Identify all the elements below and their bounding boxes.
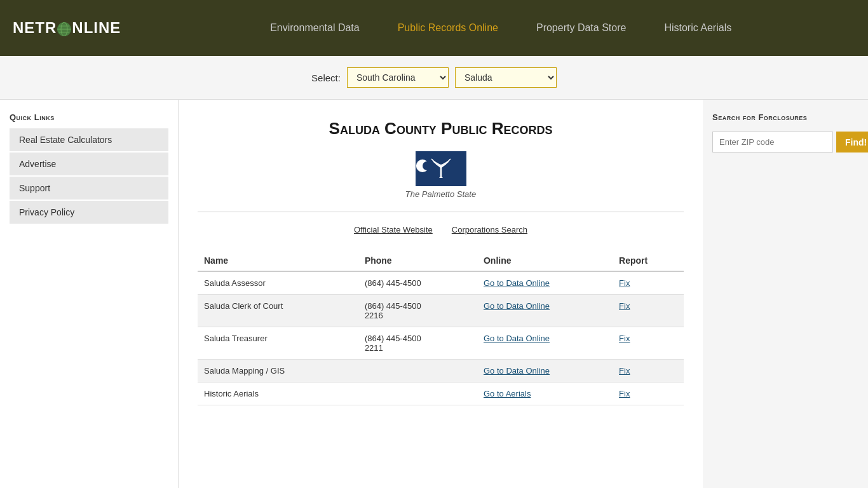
main-layout: Quick Links Real Estate Calculators Adve… (0, 100, 868, 488)
record-online: Go to Aerials (477, 383, 613, 405)
report-link[interactable]: Fix (619, 389, 630, 398)
corporations-search-link[interactable]: Corporations Search (452, 225, 527, 234)
report-link[interactable]: Fix (619, 278, 630, 288)
record-report: Fix (613, 271, 684, 295)
state-selector[interactable]: South Carolina (347, 67, 449, 88)
record-name: Saluda Clerk of Court (198, 295, 358, 327)
record-phone (358, 360, 477, 383)
table-row: Saluda Treasurer(864) 445-4500 2211Go to… (198, 327, 684, 360)
online-link[interactable]: Go to Data Online (484, 334, 550, 343)
site-logo: NETRNLINE (13, 19, 121, 37)
main-content: Saluda County Public Records The Palmett… (178, 100, 703, 488)
right-sidebar: Search for Forclosures Find! (703, 100, 868, 488)
record-phone (358, 383, 477, 405)
record-phone: (864) 445-4500 2216 (358, 295, 477, 327)
main-nav: Environmental Data Public Records Online… (146, 22, 855, 34)
record-report: Fix (613, 295, 684, 327)
site-header: NETRNLINE Environmental Data Public Reco… (0, 0, 868, 56)
col-header-report: Report (613, 250, 684, 271)
record-name: Saluda Mapping / GIS (198, 360, 358, 383)
sidebar-item-support[interactable]: Support (10, 177, 168, 200)
record-online: Go to Data Online (477, 360, 613, 383)
online-link[interactable]: Go to Data Online (484, 278, 550, 288)
foreclosure-form: Find! (712, 132, 858, 152)
state-flag (416, 151, 466, 186)
record-online: Go to Data Online (477, 327, 613, 360)
state-links: Official State Website Corporations Sear… (198, 225, 684, 234)
sidebar-item-advertise[interactable]: Advertise (10, 152, 168, 175)
state-flag-area: The Palmetto State (198, 151, 684, 199)
nav-public-records[interactable]: Public Records Online (379, 22, 517, 34)
record-report: Fix (613, 383, 684, 405)
report-link[interactable]: Fix (619, 366, 630, 376)
records-table: Name Phone Online Report Saluda Assessor… (198, 250, 684, 405)
left-sidebar: Quick Links Real Estate Calculators Adve… (0, 100, 178, 488)
col-header-phone: Phone (358, 250, 477, 271)
record-name: Historic Aerials (198, 383, 358, 405)
report-link[interactable]: Fix (619, 334, 630, 343)
record-report: Fix (613, 327, 684, 360)
selector-label: Select: (311, 72, 341, 83)
find-button[interactable]: Find! (836, 132, 868, 152)
divider (198, 212, 684, 212)
foreclosure-title: Search for Forclosures (712, 112, 858, 122)
selector-bar: Select: South Carolina Saluda (0, 56, 868, 100)
table-row: Saluda Mapping / GISGo to Data OnlineFix (198, 360, 684, 383)
record-online: Go to Data Online (477, 271, 613, 295)
nav-environmental-data[interactable]: Environmental Data (251, 22, 379, 34)
record-report: Fix (613, 360, 684, 383)
online-link[interactable]: Go to Aerials (484, 389, 531, 398)
record-online: Go to Data Online (477, 295, 613, 327)
zip-input[interactable] (712, 132, 833, 152)
page-title: Saluda County Public Records (198, 119, 684, 139)
record-name: Saluda Treasurer (198, 327, 358, 360)
online-link[interactable]: Go to Data Online (484, 301, 550, 311)
globe-icon (57, 22, 71, 36)
record-name: Saluda Assessor (198, 271, 358, 295)
county-selector[interactable]: Saluda (455, 67, 557, 88)
report-link[interactable]: Fix (619, 301, 630, 311)
online-link[interactable]: Go to Data Online (484, 366, 550, 376)
record-phone: (864) 445-4500 (358, 271, 477, 295)
sidebar-item-privacy[interactable]: Privacy Policy (10, 201, 168, 224)
col-header-online: Online (477, 250, 613, 271)
col-header-name: Name (198, 250, 358, 271)
table-row: Historic AerialsGo to AerialsFix (198, 383, 684, 405)
table-row: Saluda Assessor(864) 445-4500Go to Data … (198, 271, 684, 295)
table-row: Saluda Clerk of Court(864) 445-4500 2216… (198, 295, 684, 327)
state-nickname: The Palmetto State (405, 189, 476, 199)
record-phone: (864) 445-4500 2211 (358, 327, 477, 360)
sidebar-item-real-estate[interactable]: Real Estate Calculators (10, 128, 168, 151)
nav-historic-aerials[interactable]: Historic Aerials (645, 22, 750, 34)
official-state-link[interactable]: Official State Website (354, 225, 433, 234)
nav-property-data[interactable]: Property Data Store (517, 22, 645, 34)
sidebar-title: Quick Links (10, 112, 168, 122)
